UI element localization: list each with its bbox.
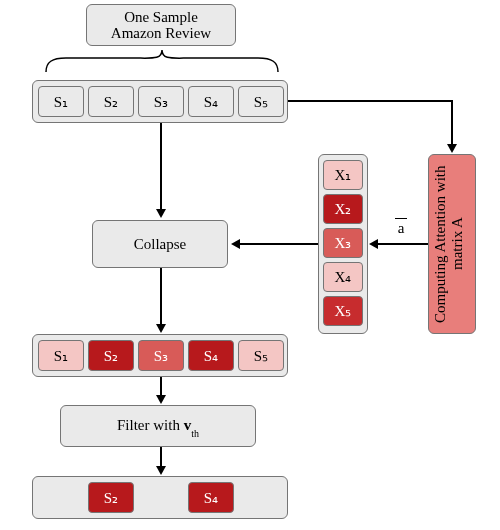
w-s2: S₂ xyxy=(88,340,134,371)
arrow-right-down xyxy=(451,100,453,146)
arrow-collapse-down-head xyxy=(156,324,166,333)
segments-row-output xyxy=(32,476,288,519)
arrow-w-to-filter-head xyxy=(156,395,166,404)
arrow-right-down-head xyxy=(447,144,457,153)
collapse-label: Collapse xyxy=(134,236,187,253)
x3: X₃ xyxy=(323,228,363,258)
x2: X₂ xyxy=(323,194,363,224)
filter-label: Filter with vth xyxy=(117,417,199,436)
seg-s5: S₅ xyxy=(238,86,284,117)
w-s3: S₃ xyxy=(138,340,184,371)
seg-s2: S₂ xyxy=(88,86,134,117)
arrow-row1-collapse xyxy=(160,123,162,211)
out-s4: S₄ xyxy=(188,482,234,513)
arrow-collapse-down xyxy=(160,268,162,326)
input-sample-box: One SampleAmazon Review xyxy=(86,4,236,46)
seg-s4: S₄ xyxy=(188,86,234,117)
filter-box: Filter with vth xyxy=(60,405,256,447)
out-s2: S₂ xyxy=(88,482,134,513)
arrow-row1-collapse-head xyxy=(156,209,166,218)
arrow-filter-down xyxy=(160,447,162,468)
w-s4: S₄ xyxy=(188,340,234,371)
collapse-box: Collapse xyxy=(92,220,228,268)
attention-label: Computing Attention with matrix A xyxy=(432,160,472,328)
input-sample-label: One SampleAmazon Review xyxy=(111,9,211,42)
seg-s3: S₃ xyxy=(138,86,184,117)
x5: X₅ xyxy=(323,296,363,326)
brace xyxy=(36,48,288,76)
arrow-attn-to-x xyxy=(377,243,428,245)
w-s1: S₁ xyxy=(38,340,84,371)
arrow-x-to-collapse xyxy=(239,243,318,245)
arrow-row1-right xyxy=(288,100,453,102)
arrow-x-to-collapse-head xyxy=(231,239,240,249)
w-s5: S₅ xyxy=(238,340,284,371)
arrow-attn-to-x-head xyxy=(369,239,378,249)
a-bar-label: a xyxy=(392,218,410,237)
x1: X₁ xyxy=(323,160,363,190)
seg-s1: S₁ xyxy=(38,86,84,117)
arrow-w-to-filter xyxy=(160,377,162,397)
x4: X₄ xyxy=(323,262,363,292)
arrow-filter-down-head xyxy=(156,466,166,475)
